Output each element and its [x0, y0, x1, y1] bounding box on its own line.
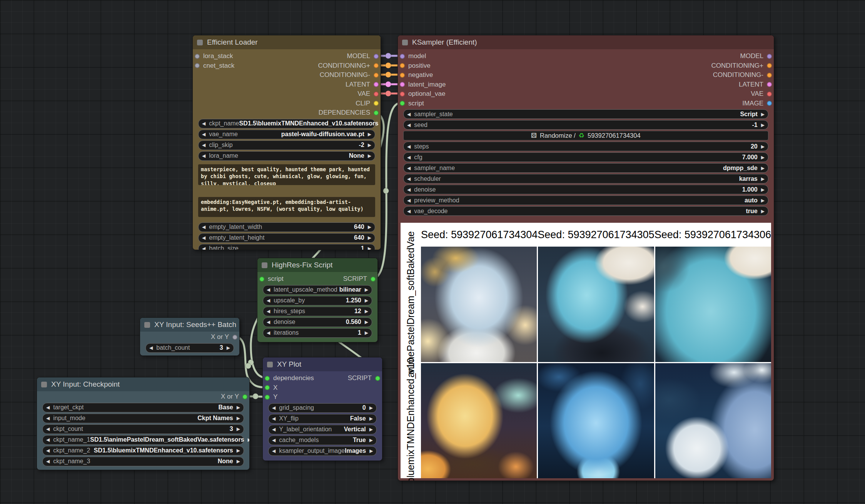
port-dot[interactable] — [767, 73, 772, 78]
port-dot[interactable] — [374, 54, 379, 59]
output-port-vae[interactable]: VAE — [357, 90, 379, 98]
node-header[interactable]: HighRes-Fix Script — [257, 258, 377, 272]
decrement-arrow-icon[interactable]: ◀ — [46, 405, 50, 410]
port-dot[interactable] — [374, 82, 379, 87]
node-graph-canvas[interactable]: Efficient Loader lora_stack MODEL cnet_s… — [0, 0, 865, 504]
widget-lora-name[interactable]: ◀lora_nameNone▶ — [198, 151, 375, 161]
widget-steps[interactable]: ◀steps20▶ — [403, 142, 768, 151]
port-dot[interactable] — [400, 63, 405, 68]
increment-arrow-icon[interactable]: ▶ — [365, 309, 368, 314]
increment-arrow-icon[interactable]: ▶ — [237, 448, 240, 453]
port-dot[interactable] — [400, 101, 405, 106]
input-port-dependencies[interactable]: dependencies — [265, 374, 314, 382]
decrement-arrow-icon[interactable]: ◀ — [407, 166, 411, 170]
randomize-seed-button[interactable]: ⚄ Randomize / ♻ 593927061734304 — [403, 131, 768, 140]
decrement-arrow-icon[interactable]: ◀ — [267, 287, 270, 292]
input-port-latent-image[interactable]: latent_image — [400, 81, 446, 88]
widget-ckpt-name[interactable]: ◀ckpt_nameSD1.5\bluemixTMNDEnhanced_v10.… — [198, 119, 375, 129]
decrement-arrow-icon[interactable]: ◀ — [407, 187, 411, 192]
widget-ckpt-count[interactable]: ◀ckpt_count3▶ — [42, 424, 244, 434]
increment-arrow-icon[interactable]: ▶ — [365, 287, 368, 292]
decrement-arrow-icon[interactable]: ◀ — [202, 225, 205, 229]
output-port-x-or-y[interactable]: X or Y — [211, 333, 237, 341]
increment-arrow-icon[interactable]: ▶ — [369, 406, 373, 410]
collapse-box-icon[interactable] — [267, 362, 273, 367]
port-dot[interactable] — [232, 335, 237, 340]
widget-empty-latent-width[interactable]: ◀empty_latent_width640▶ — [198, 222, 375, 232]
port-dot[interactable] — [242, 394, 247, 399]
decrement-arrow-icon[interactable]: ◀ — [407, 155, 411, 160]
increment-arrow-icon[interactable]: ▶ — [368, 246, 371, 250]
increment-arrow-icon[interactable]: ▶ — [761, 187, 765, 192]
increment-arrow-icon[interactable]: ▶ — [761, 112, 765, 117]
decrement-arrow-icon[interactable]: ◀ — [407, 209, 411, 214]
node-header[interactable]: XY Plot — [263, 357, 382, 371]
widget-batch-size[interactable]: ◀batch_size1▶ — [198, 244, 375, 250]
output-port-x-or-y[interactable]: X or Y — [221, 393, 247, 401]
output-port-conditioning-minus[interactable]: CONDITIONING- — [713, 71, 772, 79]
increment-arrow-icon[interactable]: ▶ — [761, 144, 765, 149]
input-port-y[interactable]: Y — [265, 393, 277, 401]
port-dot[interactable] — [195, 54, 200, 59]
node-ksampler-efficient[interactable]: KSampler (Efficient) model MODEL positiv… — [397, 35, 774, 481]
port-dot[interactable] — [767, 82, 772, 87]
port-dot[interactable] — [767, 92, 772, 97]
widget-batch-count[interactable]: ◀batch_count3▶ — [145, 343, 234, 353]
decrement-arrow-icon[interactable]: ◀ — [272, 438, 276, 442]
widget-ksampler-output-image[interactable]: ◀ksampler_output_imageImages▶ — [268, 446, 377, 456]
port-dot[interactable] — [400, 54, 405, 59]
widget-empty-latent-height[interactable]: ◀empty_latent_height640▶ — [198, 233, 375, 243]
port-dot[interactable] — [374, 63, 379, 68]
widget-target-ckpt[interactable]: ◀target_ckptBase▶ — [42, 403, 244, 412]
decrement-arrow-icon[interactable]: ◀ — [267, 330, 270, 335]
widget-preview-method[interactable]: ◀preview_methodauto▶ — [403, 195, 768, 205]
decrement-arrow-icon[interactable]: ◀ — [46, 437, 50, 442]
port-dot[interactable] — [375, 376, 380, 381]
increment-arrow-icon[interactable]: ▶ — [369, 438, 373, 442]
node-header[interactable]: KSampler (Efficient) — [398, 35, 774, 49]
output-port-latent[interactable]: LATENT — [739, 81, 772, 88]
increment-arrow-icon[interactable]: ▶ — [368, 235, 371, 240]
port-dot[interactable] — [371, 277, 376, 282]
increment-arrow-icon[interactable]: ▶ — [248, 437, 250, 442]
widget-upscale-by[interactable]: ◀upscale_by1.250▶ — [263, 296, 372, 305]
decrement-arrow-icon[interactable]: ◀ — [407, 123, 411, 127]
port-dot[interactable] — [265, 395, 270, 400]
port-dot[interactable] — [767, 101, 772, 106]
output-port-script[interactable]: SCRIPT — [343, 275, 376, 283]
increment-arrow-icon[interactable]: ▶ — [237, 459, 240, 464]
output-port-conditioning-minus[interactable]: CONDITIONING- — [320, 71, 379, 79]
decrement-arrow-icon[interactable]: ◀ — [46, 427, 50, 431]
port-dot[interactable] — [265, 376, 270, 381]
increment-arrow-icon[interactable]: ▶ — [368, 154, 371, 158]
output-port-image[interactable]: IMAGE — [742, 100, 772, 107]
port-dot[interactable] — [400, 73, 405, 78]
input-port-model[interactable]: model — [400, 52, 426, 60]
increment-arrow-icon[interactable]: ▶ — [365, 298, 368, 303]
widget-xy-flip[interactable]: ◀XY_flipFalse▶ — [268, 414, 377, 424]
output-port-dependencies[interactable]: DEPENDENCIES — [319, 109, 379, 117]
widget-grid-spacing[interactable]: ◀grid_spacing0▶ — [268, 403, 377, 413]
decrement-arrow-icon[interactable]: ◀ — [46, 448, 50, 453]
node-header[interactable]: Efficient Loader — [193, 35, 381, 49]
output-port-vae[interactable]: VAE — [751, 90, 772, 98]
collapse-box-icon[interactable] — [262, 262, 267, 268]
widget-vae-name[interactable]: ◀vae_namepastel-waifu-diffusion.vae.pt▶ — [198, 130, 375, 139]
node-xy-plot[interactable]: XY Plot dependencies SCRIPT X Y ◀grid_sp… — [262, 357, 382, 461]
port-dot[interactable] — [195, 63, 200, 68]
decrement-arrow-icon[interactable]: ◀ — [267, 298, 270, 303]
increment-arrow-icon[interactable]: ▶ — [368, 143, 371, 147]
collapse-box-icon[interactable] — [402, 40, 408, 45]
node-efficient-loader[interactable]: Efficient Loader lora_stack MODEL cnet_s… — [192, 35, 381, 250]
port-dot[interactable] — [400, 92, 405, 97]
output-port-model[interactable]: MODEL — [740, 52, 772, 60]
decrement-arrow-icon[interactable]: ◀ — [272, 449, 276, 453]
increment-arrow-icon[interactable]: ▶ — [237, 416, 240, 421]
port-dot[interactable] — [374, 110, 379, 115]
widget-scheduler[interactable]: ◀schedulerkarras▶ — [403, 174, 768, 184]
port-dot[interactable] — [374, 73, 379, 78]
output-port-script[interactable]: SCRIPT — [348, 374, 380, 382]
decrement-arrow-icon[interactable]: ◀ — [202, 121, 205, 126]
widget-iterations[interactable]: ◀iterations1▶ — [263, 328, 372, 338]
input-port-positive[interactable]: positive — [400, 62, 431, 70]
